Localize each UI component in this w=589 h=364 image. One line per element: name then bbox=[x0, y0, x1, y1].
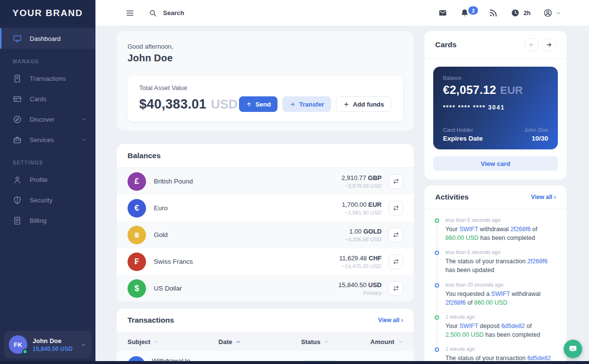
activity-text: You requested a SWIFT withdrawal 2f268f6… bbox=[445, 290, 556, 307]
balance-amount: 11,629.48 CHF bbox=[339, 255, 382, 262]
sidebar-item-discover[interactable]: Discover bbox=[0, 109, 95, 129]
notification-badge: 2 bbox=[468, 6, 478, 15]
brand-logo: YOUR BRAND bbox=[0, 0, 95, 26]
greeting-salutation: Good afternoon, bbox=[128, 43, 403, 50]
card-holder-name: John Doe bbox=[524, 127, 548, 133]
exchange-button[interactable] bbox=[388, 255, 403, 269]
sidebar-item-label: Dashboard bbox=[30, 35, 61, 42]
sidebar-item-dashboard[interactable]: Dashboard bbox=[0, 28, 95, 49]
sidebar-item-label: Discover bbox=[30, 116, 55, 123]
exchange-button[interactable] bbox=[388, 174, 403, 189]
session-timer-label: 2h bbox=[523, 10, 531, 17]
search-box[interactable] bbox=[149, 9, 423, 17]
exchange-button[interactable] bbox=[388, 281, 403, 296]
search-input[interactable] bbox=[163, 9, 260, 17]
sidebar-user-panel[interactable]: FK John Doe 15,840.50 USD bbox=[4, 331, 92, 358]
exchange-button[interactable] bbox=[388, 228, 403, 242]
balance-amount: 15,840.50 USD bbox=[338, 281, 382, 289]
activity-timestamp: 1 minute ago bbox=[445, 346, 556, 352]
swap-icon bbox=[392, 258, 400, 265]
broadcast-icon[interactable] bbox=[489, 8, 498, 18]
sidebar-item-transactions[interactable]: Transactions bbox=[0, 68, 95, 89]
top-bar: 2 2h bbox=[95, 0, 589, 26]
card-expires-value: 10/30 bbox=[532, 135, 548, 142]
balances-panel: Balances £ British Pound 2,910.77 GBP ~3… bbox=[117, 144, 414, 302]
card-expires-label: Expires Date bbox=[443, 135, 483, 142]
franc-icon: ₣ bbox=[128, 253, 146, 271]
sort-down-icon bbox=[324, 339, 329, 345]
activity-link[interactable]: 2f268f6 bbox=[527, 258, 548, 265]
activities-panel: Activities View all › less than 5 second… bbox=[424, 185, 567, 364]
monitor-icon bbox=[13, 34, 22, 43]
column-header-amount[interactable]: Amount bbox=[353, 338, 403, 346]
balance-secondary: ~3,878.58 USD bbox=[342, 183, 382, 189]
sidebar-item-billing[interactable]: Billing bbox=[0, 210, 95, 231]
coins-icon bbox=[128, 226, 146, 244]
balance-row-gold[interactable]: Gold 1.00 GOLD ~4,206.98 USD bbox=[117, 221, 414, 248]
session-timer[interactable]: 2h bbox=[511, 8, 531, 18]
card-balance-amount: €2,057.12 bbox=[443, 83, 496, 97]
sidebar-item-cards[interactable]: Cards bbox=[0, 89, 95, 109]
balance-currency-name: British Pound bbox=[154, 178, 193, 185]
avatar: FK bbox=[9, 335, 27, 354]
add-funds-button[interactable]: Add funds bbox=[336, 96, 391, 112]
exchange-button[interactable] bbox=[388, 201, 403, 216]
receipt-icon bbox=[13, 74, 22, 83]
chat-bubble-icon bbox=[568, 344, 578, 354]
activity-link[interactable]: SWIFT bbox=[460, 226, 479, 233]
balance-row-swiss-francs[interactable]: ₣ Swiss Francs 11,629.48 CHF ~14,475.05 … bbox=[117, 248, 414, 275]
balance-row-us-dollar[interactable]: $ US Dollar 15,840.50 USD Primary bbox=[117, 275, 414, 302]
content-area: Good afternoon, John Doe Total Asset Val… bbox=[95, 26, 589, 364]
mail-icon[interactable] bbox=[438, 8, 447, 18]
activity-text: Your SWIFT deposit 6d5de82 of 2,500.00 U… bbox=[445, 322, 556, 339]
activity-link[interactable]: 6d5de82 bbox=[527, 355, 551, 362]
transactions-view-all-link[interactable]: View all › bbox=[378, 317, 403, 324]
activities-view-all-link[interactable]: View all › bbox=[531, 194, 556, 200]
column-header-date[interactable]: Date bbox=[219, 338, 301, 346]
chevron-down-icon bbox=[81, 137, 87, 143]
card-next-button[interactable] bbox=[542, 38, 556, 51]
sidebar-item-security[interactable]: Security bbox=[0, 190, 95, 210]
transfer-button[interactable]: Transfer bbox=[282, 96, 331, 112]
timeline-connector bbox=[437, 321, 437, 346]
activities-timeline: less than 5 seconds ago Your SWIFT withd… bbox=[424, 209, 567, 364]
timeline-connector bbox=[437, 256, 437, 281]
balance-row-british-pound[interactable]: £ British Pound 2,910.77 GBP ~3,878.58 U… bbox=[117, 168, 414, 195]
activity-link[interactable]: SWIFT bbox=[491, 291, 510, 297]
asset-amount: $40,383.01 bbox=[139, 97, 206, 112]
activity-link[interactable]: 2f268f6 bbox=[510, 226, 531, 233]
person-icon bbox=[13, 175, 22, 184]
activity-link[interactable]: 6d5de82 bbox=[501, 323, 525, 329]
balance-secondary: ~1,981.90 USD bbox=[342, 210, 382, 216]
billing-icon bbox=[13, 216, 22, 225]
bank-card[interactable]: Balance €2,057.12 EUR **** **** **** 304… bbox=[433, 67, 558, 149]
cards-panel: Cards Balance €2,05 bbox=[424, 31, 567, 180]
activity-timestamp: less than 20 seconds ago bbox=[445, 282, 556, 288]
compass-icon bbox=[13, 115, 22, 124]
person-circle-icon bbox=[543, 8, 552, 18]
clock-icon bbox=[511, 8, 520, 18]
balance-secondary: ~14,475.05 USD bbox=[339, 263, 382, 269]
send-button[interactable]: Send bbox=[239, 96, 278, 112]
sidebar-item-label: Transactions bbox=[30, 75, 66, 82]
card-prev-button[interactable] bbox=[525, 38, 538, 51]
profile-menu[interactable] bbox=[543, 8, 561, 18]
column-header-subject[interactable]: Subject bbox=[128, 338, 219, 346]
menu-icon[interactable] bbox=[126, 9, 134, 18]
balance-secondary: ~4,206.98 USD bbox=[345, 237, 382, 242]
notifications-button[interactable]: 2 bbox=[460, 8, 476, 18]
balance-row-euro[interactable]: € Euro 1,700.00 EUR ~1,981.90 USD bbox=[117, 195, 414, 221]
activity-link[interactable]: SWIFT bbox=[460, 323, 479, 329]
activity-link[interactable]: 2f268f6 bbox=[445, 299, 466, 306]
user-name: John Doe bbox=[33, 337, 73, 345]
balance-currency-name: Swiss Francs bbox=[154, 258, 193, 265]
search-icon bbox=[149, 9, 157, 17]
online-status-dot bbox=[22, 349, 28, 354]
sidebar-item-services[interactable]: Services bbox=[0, 129, 95, 150]
column-header-status[interactable]: Status bbox=[301, 338, 354, 346]
chat-widget-button[interactable] bbox=[564, 340, 582, 358]
view-card-button[interactable]: View card bbox=[433, 156, 558, 171]
sidebar-item-profile[interactable]: Profile bbox=[0, 169, 95, 190]
timeline-connector bbox=[437, 289, 437, 314]
balances-list: £ British Pound 2,910.77 GBP ~3,878.58 U… bbox=[117, 168, 414, 302]
